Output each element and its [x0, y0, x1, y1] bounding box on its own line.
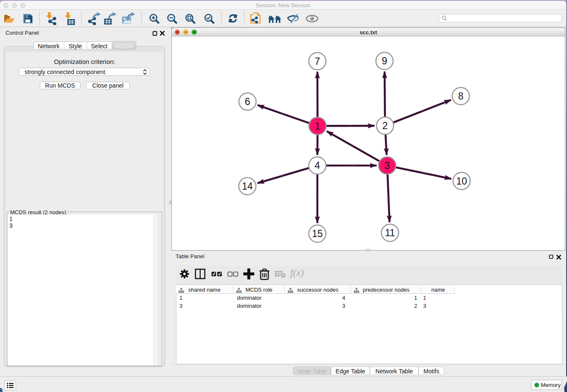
- svg-text:1: 1: [315, 121, 320, 132]
- svg-text:2: 2: [383, 120, 388, 131]
- svg-text:10: 10: [456, 176, 467, 187]
- svg-text:15: 15: [312, 228, 323, 239]
- svg-text:9: 9: [382, 55, 387, 66]
- svg-text:11: 11: [385, 227, 395, 238]
- svg-text:8: 8: [458, 91, 464, 102]
- svg-text:4: 4: [315, 160, 320, 171]
- svg-text:14: 14: [242, 181, 253, 192]
- svg-text:3: 3: [385, 160, 390, 171]
- svg-text:6: 6: [245, 96, 250, 107]
- svg-text:7: 7: [315, 56, 320, 67]
